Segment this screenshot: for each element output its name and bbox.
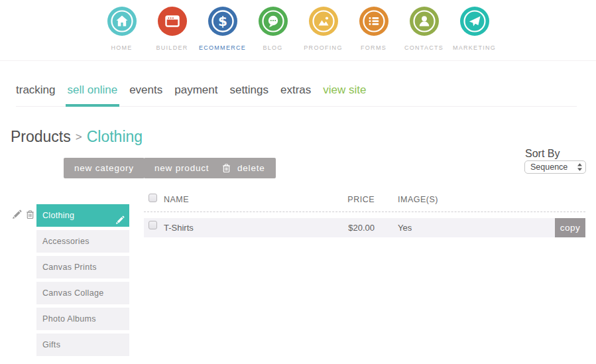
new-product-button[interactable]: new product — [144, 158, 219, 178]
tab-sell-online[interactable]: sell online — [68, 84, 118, 106]
nav-item-contacts[interactable]: CONTACTS — [399, 0, 449, 60]
section-tabs: tracking sell online events payment sett… — [16, 61, 577, 107]
tab-view-site[interactable]: view site — [323, 84, 366, 106]
category-item-gifts[interactable]: Gifts — [36, 334, 129, 356]
copy-button[interactable]: copy — [555, 218, 585, 237]
nav-item-blog[interactable]: BLOG — [248, 0, 298, 60]
sort-by-select[interactable]: Sequence — [524, 160, 586, 174]
category-label: Canvas Prints — [42, 263, 97, 272]
breadcrumb-products[interactable]: Products — [11, 128, 71, 145]
category-label: Accessories — [42, 237, 89, 246]
tab-tracking[interactable]: tracking — [16, 84, 56, 106]
breadcrumb-current-category: Clothing — [87, 128, 143, 145]
marketing-icon — [460, 7, 489, 36]
select-arrows-icon — [577, 162, 583, 172]
select-all-checkbox[interactable] — [149, 194, 157, 202]
new-product-label: new product — [154, 163, 209, 173]
trash-icon — [221, 163, 231, 173]
delete-button[interactable]: delete — [211, 158, 276, 178]
new-category-label: new category — [74, 163, 134, 173]
category-item-canvas-prints[interactable]: Canvas Prints — [36, 256, 129, 278]
category-label: Clothing — [42, 211, 74, 220]
column-header-name: NAME — [164, 192, 189, 207]
nav-label: ECOMMERCE — [199, 44, 246, 51]
category-label: Photo Albums — [42, 314, 96, 324]
sort-by-label: Sort By — [525, 148, 560, 160]
nav-label: FORMS — [361, 44, 387, 51]
sort-by-value: Sequence — [530, 162, 567, 172]
tab-events[interactable]: events — [129, 84, 162, 106]
edit-category-icon[interactable] — [12, 210, 22, 219]
category-label: Gifts — [42, 340, 60, 349]
ecommerce-admin-page: HOME BUILDER $ ECOMMERCE — [0, 0, 596, 364]
row-checkbox[interactable] — [149, 221, 157, 229]
nav-item-proofing[interactable]: PROOFING — [298, 0, 349, 60]
category-item-accessories[interactable]: Accessories — [36, 230, 129, 253]
category-list: Clothing Accessories Canvas Prints Canva… — [36, 204, 129, 359]
proofing-icon — [309, 7, 338, 36]
tab-settings[interactable]: settings — [229, 84, 268, 106]
column-header-price: PRICE — [308, 192, 375, 207]
ecommerce-icon: $ — [208, 7, 237, 36]
top-navigation: HOME BUILDER $ ECOMMERCE — [0, 0, 596, 61]
nav-label: MARKETING — [453, 44, 496, 51]
nav-item-forms[interactable]: FORMS — [349, 0, 399, 60]
products-table: NAME PRICE IMAGE(S) T-Shirts $20.00 Yes … — [144, 192, 585, 237]
product-name: T-Shirts — [164, 218, 194, 237]
product-price: $20.00 — [308, 218, 375, 237]
nav-label: BLOG — [263, 44, 282, 51]
nav-label: BUILDER — [156, 44, 188, 51]
table-row: T-Shirts $20.00 Yes copy — [144, 218, 585, 237]
tab-payment[interactable]: payment — [174, 84, 217, 106]
column-header-images: IMAGE(S) — [398, 192, 438, 207]
category-label: Canvas Collage — [42, 288, 103, 298]
tab-extras[interactable]: extras — [280, 84, 311, 106]
nav-item-ecommerce[interactable]: $ ECOMMERCE — [198, 0, 248, 60]
forms-icon — [359, 7, 388, 36]
new-category-button[interactable]: new category — [64, 158, 145, 178]
svg-text:$: $ — [218, 13, 227, 29]
nav-item-marketing[interactable]: MARKETING — [449, 0, 500, 60]
nav-item-home[interactable]: HOME — [97, 0, 147, 60]
delete-category-icon[interactable] — [25, 210, 35, 219]
builder-icon — [158, 7, 187, 36]
home-icon — [107, 7, 137, 36]
category-item-canvas-collage[interactable]: Canvas Collage — [36, 282, 129, 304]
contacts-icon — [410, 7, 439, 36]
blog-icon — [259, 7, 288, 36]
breadcrumb-separator: > — [76, 131, 82, 143]
category-item-photo-albums[interactable]: Photo Albums — [36, 308, 129, 330]
nav-label: HOME — [111, 44, 132, 51]
nav-item-builder[interactable]: BUILDER — [147, 0, 198, 60]
delete-label: delete — [237, 163, 265, 173]
table-header: NAME PRICE IMAGE(S) — [144, 192, 585, 212]
product-images: Yes — [398, 218, 412, 237]
category-item-clothing[interactable]: Clothing — [36, 204, 129, 227]
nav-label: CONTACTS — [404, 44, 444, 51]
breadcrumb: Products>Clothing — [11, 128, 143, 146]
nav-label: PROOFING — [304, 44, 342, 51]
